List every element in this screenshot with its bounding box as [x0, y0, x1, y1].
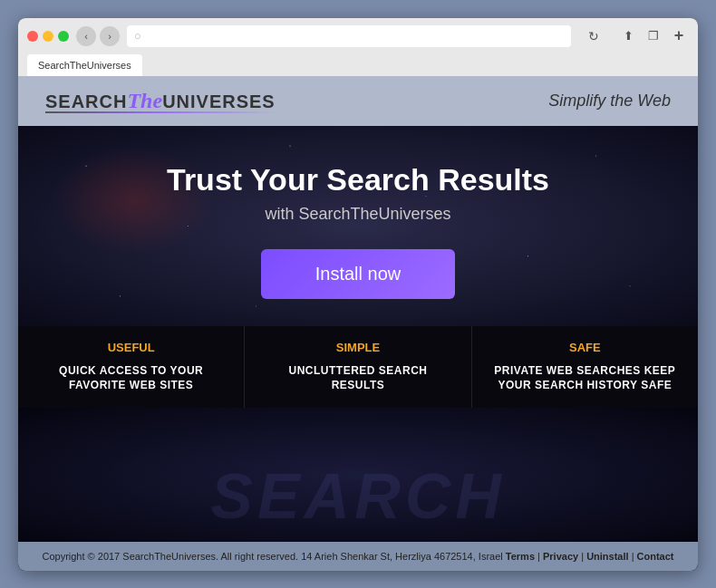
- browser-actions: ⬆ ❐ +: [618, 26, 689, 46]
- add-button[interactable]: +: [669, 26, 689, 46]
- share-button[interactable]: ⬆: [618, 26, 638, 46]
- feature-simple-label: SIMPLE: [263, 341, 452, 354]
- browser-window: ‹ › ○ ↻ ⬆ ❐ + SearchTheUniverses SE: [18, 18, 698, 571]
- hero-section: Trust Your Search Results with SearchThe…: [18, 126, 698, 326]
- new-tab-button[interactable]: ❐: [643, 26, 663, 46]
- features-section: USEFUL QUICK ACCESS TO YOUR FAVORITE WEB…: [18, 326, 698, 409]
- hero-title: Trust Your Search Results: [36, 162, 680, 198]
- tab-label: SearchTheUniverses: [38, 60, 131, 71]
- logo-universes: UNIVERSES: [162, 92, 276, 111]
- feature-useful-desc: QUICK ACCESS TO YOUR FAVORITE WEB SITES: [36, 363, 226, 394]
- space-area: SEARCH: [18, 408, 698, 541]
- feature-safe-desc: PRIVATE WEB SEARCHES KEEP YOUR SEARCH HI…: [490, 363, 680, 394]
- forward-button[interactable]: ›: [100, 26, 120, 46]
- feature-simple: SIMPLE UNCLUTTERED SEARCH RESULTS: [245, 326, 471, 409]
- footer-uninstall-link[interactable]: Uninstall: [586, 551, 628, 562]
- maximize-button[interactable]: [58, 31, 69, 42]
- feature-safe-label: SAFE: [490, 341, 680, 354]
- back-button[interactable]: ‹: [76, 26, 96, 46]
- logo-search: SEARCH: [45, 92, 127, 111]
- tab-bar: SearchTheUniverses: [27, 54, 689, 76]
- watermark: SEARCH: [210, 460, 506, 533]
- address-bar[interactable]: ○: [127, 25, 571, 47]
- page-content: SEARCHTheUNIVERSES Simplify the Web Trus…: [18, 76, 698, 571]
- browser-titlebar: ‹ › ○ ↻ ⬆ ❐ +: [27, 25, 689, 47]
- minimize-button[interactable]: [43, 31, 53, 42]
- install-button[interactable]: Install now: [261, 249, 456, 299]
- footer-terms-link[interactable]: Terms: [506, 551, 535, 562]
- site-header: SEARCHTheUNIVERSES Simplify the Web: [18, 76, 698, 126]
- feature-safe: SAFE PRIVATE WEB SEARCHES KEEP YOUR SEAR…: [472, 326, 698, 409]
- footer-contact-link[interactable]: Contact: [637, 551, 674, 562]
- footer-privacy-link[interactable]: Privacy: [543, 551, 578, 562]
- browser-chrome: ‹ › ○ ↻ ⬆ ❐ + SearchTheUniverses: [18, 18, 698, 76]
- close-button[interactable]: [27, 31, 38, 42]
- reload-button[interactable]: ↻: [584, 26, 604, 46]
- active-tab[interactable]: SearchTheUniverses: [27, 54, 142, 76]
- nav-buttons: ‹ ›: [76, 26, 120, 46]
- hero-subtitle: with SearchTheUniverses: [36, 205, 680, 224]
- traffic-lights: [27, 31, 69, 42]
- feature-useful: USEFUL QUICK ACCESS TO YOUR FAVORITE WEB…: [18, 326, 245, 409]
- feature-useful-label: USEFUL: [36, 341, 226, 354]
- logo-the: The: [127, 89, 162, 112]
- logo: SEARCHTheUNIVERSES: [45, 89, 276, 113]
- footer-copyright: Copyright © 2017 SearchTheUniverses. All…: [42, 551, 502, 562]
- feature-simple-desc: UNCLUTTERED SEARCH RESULTS: [263, 363, 452, 394]
- site-footer: Copyright © 2017 SearchTheUniverses. All…: [18, 542, 698, 571]
- logo-container: SEARCHTheUNIVERSES: [45, 89, 276, 113]
- header-tagline: Simplify the Web: [548, 92, 671, 111]
